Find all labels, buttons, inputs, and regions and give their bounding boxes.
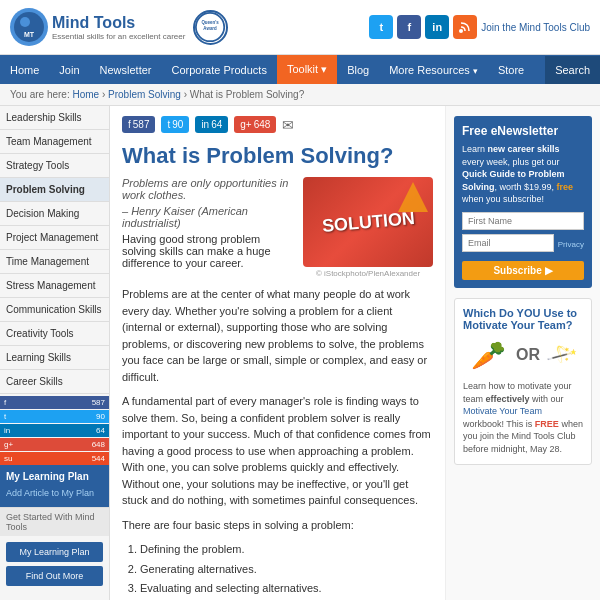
sidebar-item-problem[interactable]: Problem Solving: [0, 178, 109, 202]
svg-point-1: [20, 17, 30, 27]
svg-text:MT: MT: [24, 31, 35, 38]
sidebar-label-strategy: Strategy Tools: [6, 160, 69, 171]
sidebar-item-learning[interactable]: Learning Skills: [0, 346, 109, 370]
free-highlight: FREE: [535, 419, 559, 429]
award-badge: Queen's Award: [193, 10, 228, 45]
linkedin-share-button[interactable]: in 64: [195, 116, 228, 133]
sidebar-label-time: Time Management: [6, 256, 89, 267]
article-title: What is Problem Solving?: [122, 143, 433, 169]
stick-icon: 🪄: [546, 339, 580, 372]
step-3: Evaluating and selecting alternatives.: [140, 580, 433, 597]
li-icon: in: [201, 119, 209, 130]
header: MT Mind Tools Essential skills for an ex…: [0, 0, 600, 55]
sidebar-label-communication: Communication Skills: [6, 304, 102, 315]
li-count-sidebar: in64: [0, 424, 109, 437]
sidebar-item-communication[interactable]: Communication Skills: [0, 298, 109, 322]
sidebar-label-creativity: Creativity Tools: [6, 328, 74, 339]
find-out-more-btn[interactable]: Find Out More: [6, 566, 103, 586]
main-nav: Home Join Newsletter Corporate Products …: [0, 55, 600, 84]
facebook-share-button[interactable]: f 587: [122, 116, 155, 133]
my-learning-plan-btn[interactable]: My Learning Plan: [6, 542, 103, 562]
sidebar-item-leadership[interactable]: Leadership Skills: [0, 106, 109, 130]
nav-newsletter[interactable]: Newsletter: [90, 56, 162, 84]
sidebar-label-team: Team Management: [6, 136, 92, 147]
googleplus-share-button[interactable]: g+ 648: [234, 116, 276, 133]
gp-icon: g+: [240, 119, 251, 130]
motivate-visual: 🥕 OR 🪄: [463, 339, 583, 372]
sidebar-item-decision[interactable]: Decision Making: [0, 202, 109, 226]
logo-subtitle: Essential skills for an excellent career: [52, 32, 185, 41]
search-button[interactable]: Search: [545, 56, 600, 84]
first-name-field[interactable]: [462, 212, 584, 230]
sidebar-label-learning: Learning Skills: [6, 352, 71, 363]
fb-icon: f: [128, 119, 131, 130]
add-article-link[interactable]: Add Article to My Plan: [6, 485, 103, 501]
free-label: free: [557, 182, 574, 192]
right-sidebar: Free eNewsletter Learn new career skills…: [445, 106, 600, 600]
article-para2: A fundamental part of every manager's ro…: [122, 393, 433, 509]
breadcrumb-home[interactable]: Home: [72, 89, 99, 100]
join-club-link[interactable]: Join the Mind Tools Club: [481, 21, 590, 34]
motivate-link[interactable]: Motivate Your Team: [463, 406, 542, 416]
sidebar-label-problem: Problem Solving: [6, 184, 85, 195]
svg-marker-7: [398, 182, 428, 212]
article-intro: Problems are only opportunities in work …: [122, 177, 433, 278]
linkedin-social-icon[interactable]: in: [425, 15, 449, 39]
facebook-social-icon[interactable]: f: [397, 15, 421, 39]
logo-text: Mind Tools Essential skills for an excel…: [52, 14, 185, 41]
privacy-row: Privacy: [462, 234, 584, 256]
enewsletter-title: Free eNewsletter: [462, 124, 584, 138]
enewsletter-body: Learn new career skills every week, plus…: [462, 143, 584, 206]
sidebar-label-career: Career Skills: [6, 376, 63, 387]
email-field[interactable]: [462, 234, 554, 252]
get-started-label: Get Started With Mind Tools: [0, 507, 109, 536]
rss-social-icon[interactable]: [453, 15, 477, 39]
privacy-link[interactable]: Privacy: [558, 240, 584, 249]
gp-share-count: 648: [254, 119, 271, 130]
sidebar-label-stress: Stress Management: [6, 280, 96, 291]
share-bar: f 587 t 90 in 64 g+ 648 ✉: [122, 116, 433, 133]
enewsletter-box: Free eNewsletter Learn new career skills…: [454, 116, 592, 288]
intro-quote: Problems are only opportunities in work …: [122, 177, 293, 201]
sidebar-item-stress[interactable]: Stress Management: [0, 274, 109, 298]
sidebar-item-project[interactable]: Project Management: [0, 226, 109, 250]
solution-image: SOLUTION: [303, 177, 433, 267]
su-count-sidebar: su544: [0, 452, 109, 465]
breadcrumb: You are here: Home › Problem Solving › W…: [0, 84, 600, 106]
li-share-count: 64: [211, 119, 222, 130]
nav-join[interactable]: Join: [49, 56, 89, 84]
article-para1: Problems are at the center of what many …: [122, 286, 433, 385]
intro-body: Having good strong problem solving skill…: [122, 233, 293, 269]
nav-home[interactable]: Home: [0, 56, 49, 84]
twitter-social-icon[interactable]: t: [369, 15, 393, 39]
article-body: Problems are at the center of what many …: [122, 286, 433, 600]
main-layout: Leadership Skills Team Management Strate…: [0, 106, 600, 600]
subscribe-button[interactable]: Subscribe ▶: [462, 261, 584, 280]
sidebar-item-creativity[interactable]: Creativity Tools: [0, 322, 109, 346]
sidebar-item-strategy[interactable]: Strategy Tools: [0, 154, 109, 178]
image-caption: © iStockphoto/PlenAlexander: [316, 269, 420, 278]
email-share-button[interactable]: ✉: [282, 117, 294, 133]
nav-more[interactable]: More Resources ▾: [379, 56, 488, 84]
nav-store[interactable]: Store: [488, 56, 534, 84]
sidebar-item-team[interactable]: Team Management: [0, 130, 109, 154]
fb-count-sidebar: f587: [0, 396, 109, 409]
or-text: OR: [516, 346, 540, 364]
logo-icon: MT: [10, 8, 48, 46]
social-icons: t f in Join the Mind Tools Club: [369, 15, 590, 39]
nav-corporate[interactable]: Corporate Products: [162, 56, 277, 84]
fb-share-count: 587: [133, 119, 150, 130]
svg-text:Award: Award: [204, 25, 218, 30]
article-image-container: SOLUTION © iStockphoto/PlenAlexander: [303, 177, 433, 278]
sidebar-item-career[interactable]: Career Skills: [0, 370, 109, 394]
svg-point-6: [459, 29, 463, 33]
motivate-footer: Learn how to motivate your team effectiv…: [463, 380, 583, 456]
content-area: f 587 t 90 in 64 g+ 648 ✉ What is Proble…: [110, 106, 445, 600]
sidebar-item-time[interactable]: Time Management: [0, 250, 109, 274]
breadcrumb-you-are-here: You are here:: [10, 89, 70, 100]
nav-toolkit[interactable]: Toolkit ▾: [277, 55, 337, 84]
sidebar-label-leadership: Leadership Skills: [6, 112, 82, 123]
breadcrumb-problem-solving[interactable]: Problem Solving: [108, 89, 181, 100]
twitter-share-button[interactable]: t 90: [161, 116, 189, 133]
nav-blog[interactable]: Blog: [337, 56, 379, 84]
